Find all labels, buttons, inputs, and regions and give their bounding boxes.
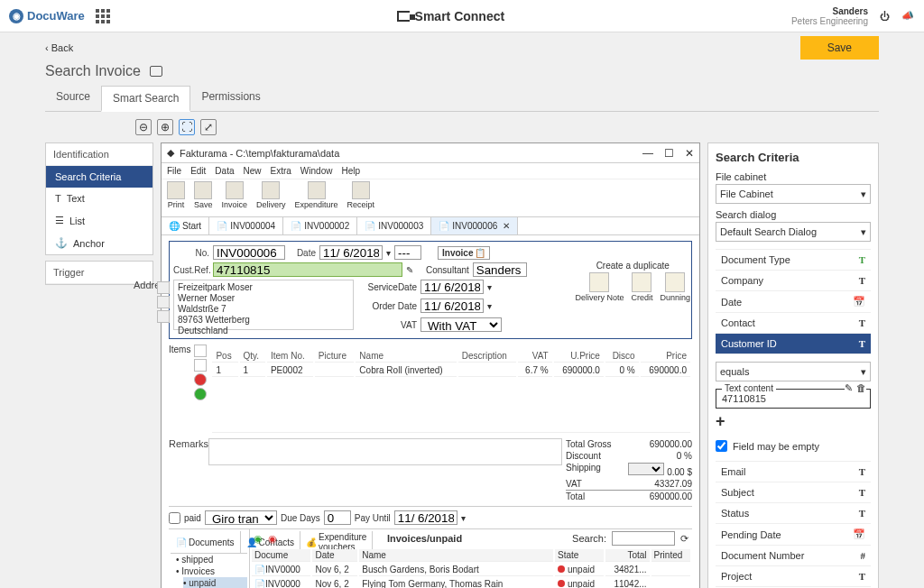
field-contact[interactable]: ContactT — [716, 313, 871, 334]
maximize-icon[interactable]: ☐ — [664, 147, 674, 160]
remarks-input[interactable] — [208, 438, 562, 465]
payuntil-input[interactable] — [394, 510, 457, 525]
refresh-icon[interactable]: ⟳ — [680, 533, 688, 545]
bt-tab-documents[interactable]: 📄Documents — [171, 531, 241, 553]
dup-dunning[interactable]: Dunning — [660, 272, 690, 302]
tree-invoices[interactable]: • Invoices — [176, 565, 247, 577]
chevron-down-icon[interactable]: ▾ — [487, 301, 492, 311]
nav-search-criteria[interactable]: Search Criteria — [46, 166, 152, 188]
paid-checkbox[interactable] — [169, 512, 180, 524]
dup-credit[interactable]: Credit — [631, 272, 652, 302]
extra-input[interactable] — [394, 245, 421, 260]
operator-select[interactable]: equals▾ — [716, 362, 871, 381]
tab-source[interactable]: Source — [45, 85, 101, 111]
new-doc-icon[interactable]: ◉ — [254, 533, 263, 545]
chevron-down-icon[interactable]: ▾ — [487, 282, 492, 292]
field-subject[interactable]: SubjectT — [716, 482, 871, 503]
apps-menu-icon[interactable] — [96, 9, 110, 23]
vat-select[interactable]: With VAT — [420, 317, 502, 332]
type-text-icon: T — [859, 508, 865, 519]
menu-extra[interactable]: Extra — [271, 166, 291, 176]
menu-new[interactable]: New — [243, 166, 261, 176]
menu-edit[interactable]: Edit — [190, 166, 206, 176]
actual-size-icon[interactable]: ⤢ — [200, 119, 217, 135]
doc-tab-start[interactable]: 🌐Start — [162, 217, 209, 234]
item-row[interactable]: 11PE0002Cobra Roll (inverted)6.7 %690000… — [212, 364, 690, 377]
pay-method-select[interactable]: Giro transfer — [205, 510, 277, 525]
tab-smart-search[interactable]: Smart Search — [101, 86, 190, 112]
table-row[interactable]: 📄INV0000Nov 6, 2Flying Tom Germany, Thom… — [252, 578, 690, 588]
edit-icon[interactable]: ✎ — [845, 382, 853, 394]
field-email[interactable]: EmailT — [716, 462, 871, 482]
table-row[interactable]: 📄INV0000Nov 6, 2Busch Gardens, Boris Bod… — [252, 564, 690, 576]
field-empty-checkbox[interactable] — [716, 440, 727, 452]
menu-window[interactable]: Window — [300, 166, 333, 176]
comment-icon[interactable] — [150, 66, 162, 77]
date-input[interactable] — [319, 245, 383, 260]
doc-tab-3[interactable]: 📄INV000003 — [357, 217, 431, 234]
tool-invoice[interactable]: Invoice — [222, 181, 248, 215]
field-pending-date[interactable]: Pending Date📅 — [716, 524, 871, 546]
address-box[interactable]: Freizeitpark Moser Werner Moser Waldstrß… — [173, 280, 354, 330]
item-up-icon[interactable] — [194, 373, 207, 386]
menu-data[interactable]: Data — [215, 166, 234, 176]
menu-file[interactable]: File — [167, 166, 181, 176]
add-criterion-button[interactable]: + — [716, 412, 871, 431]
doc-tab-2[interactable]: 📄INV000002 — [283, 217, 357, 234]
doc-tab-4[interactable]: 📄INV000006 ✕ — [431, 217, 518, 234]
custref-input[interactable] — [213, 262, 402, 277]
field-customer-id[interactable]: Customer IDT — [716, 334, 871, 354]
item-edit-icon[interactable] — [194, 359, 207, 372]
field-company[interactable]: CompanyT — [716, 271, 871, 291]
embedded-title: Fakturama - C:\temp\fakturama\data — [180, 148, 339, 159]
item-add-icon[interactable] — [194, 345, 207, 357]
tool-print[interactable]: Print — [167, 181, 185, 215]
minimize-icon[interactable]: — — [642, 147, 653, 160]
back-button[interactable]: ‹ Back — [45, 42, 73, 53]
addr-tool-3[interactable] — [157, 310, 170, 323]
field-document-type[interactable]: Document TypeT — [716, 250, 871, 271]
nav-text[interactable]: TText — [46, 188, 152, 209]
bottom-search-input[interactable] — [612, 531, 675, 546]
no-input[interactable] — [213, 245, 285, 260]
power-icon[interactable]: ⏻ — [877, 9, 892, 23]
tree-unpaid[interactable]: • unpaid — [183, 577, 247, 588]
zoom-in-icon[interactable]: ⊕ — [157, 119, 173, 135]
zoom-out-icon[interactable]: ⊖ — [135, 119, 152, 135]
edit-icon[interactable]: ✎ — [406, 265, 413, 275]
field-status[interactable]: StatusT — [716, 503, 871, 524]
close-icon[interactable]: ✕ — [685, 147, 694, 160]
user-block[interactable]: Sanders Peters Engineering — [791, 6, 868, 26]
file-cabinet-select[interactable]: File Cabinet▾ — [716, 184, 871, 204]
servicedate-input[interactable] — [420, 280, 484, 294]
field-document-number[interactable]: Document Number# — [716, 546, 871, 566]
tree-shipped[interactable]: • shipped — [176, 554, 247, 565]
addr-tool-2[interactable] — [157, 296, 170, 308]
save-button[interactable]: Save — [800, 36, 879, 60]
nav-anchor[interactable]: ⚓Anchor — [46, 232, 152, 254]
field-project[interactable]: ProjectT — [716, 566, 871, 587]
fit-screen-icon[interactable]: ⛶ — [179, 119, 195, 135]
tab-permissions[interactable]: Permissions — [190, 85, 271, 111]
doc-tab-1[interactable]: 📄INV000004 — [209, 217, 283, 234]
menu-help[interactable]: Help — [341, 166, 360, 176]
consultant-input[interactable] — [473, 262, 527, 277]
delete-icon[interactable]: 🗑 — [856, 382, 866, 394]
tool-save[interactable]: Save — [194, 181, 213, 215]
nav-list[interactable]: ☰List — [46, 209, 152, 232]
search-dialog-select[interactable]: Default Search Dialog▾ — [716, 222, 871, 242]
chevron-down-icon[interactable]: ▾ — [461, 513, 466, 523]
orderdate-input[interactable] — [420, 299, 484, 313]
due-input[interactable] — [324, 510, 351, 525]
shipping-select[interactable] — [628, 463, 664, 475]
tool-receipt[interactable]: Receipt — [347, 181, 375, 215]
tool-expenditure[interactable]: Expenditure — [295, 181, 338, 215]
field-date[interactable]: Date📅 — [716, 291, 871, 313]
item-down-icon[interactable] — [194, 388, 207, 400]
announcements-icon[interactable]: 📣 — [901, 9, 915, 23]
tool-delivery[interactable]: Delivery — [256, 181, 286, 215]
delete-doc-icon[interactable]: ◉ — [268, 533, 277, 545]
addr-tool-1[interactable] — [157, 281, 170, 294]
date-picker-icon[interactable]: ▾ — [386, 248, 391, 258]
dup-delivery-note[interactable]: Delivery Note — [575, 272, 624, 302]
